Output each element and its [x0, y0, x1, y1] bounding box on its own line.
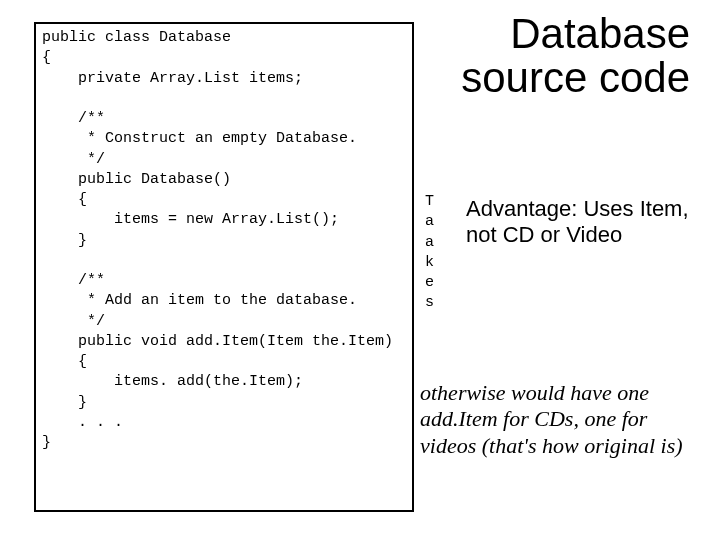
- code-box: public class Database { private Array.Li…: [34, 22, 414, 512]
- slide-title: Database source code: [410, 12, 690, 100]
- source-code: public class Database { private Array.Li…: [42, 29, 393, 451]
- advantage-text: Advantage: Uses Item, not CD or Video: [466, 196, 696, 249]
- slide: Database source code public class Databa…: [0, 0, 720, 540]
- vertical-annotation: T a a k e s: [425, 192, 434, 314]
- title-line-1: Database: [510, 10, 690, 57]
- title-line-2: source code: [461, 54, 690, 101]
- otherwise-note: otherwise would have one add.Item for CD…: [420, 380, 700, 459]
